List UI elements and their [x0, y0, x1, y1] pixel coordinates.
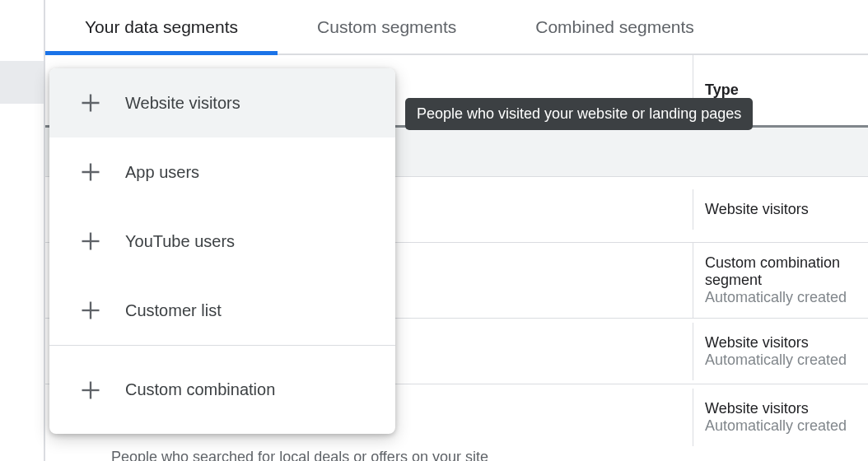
- plus-icon: [79, 161, 102, 184]
- menu-item-website-visitors[interactable]: Website visitors: [49, 68, 395, 137]
- tab-label: Your data segments: [85, 17, 238, 37]
- type-cell: Website visitors Automatically created: [693, 323, 868, 380]
- left-gutter-highlight: [0, 61, 44, 104]
- truncated-row-text: People who searched for local deals or o…: [111, 449, 488, 461]
- segment-type-dropdown: Website visitors App users YouTube users…: [49, 68, 395, 434]
- tab-your-data-segments[interactable]: Your data segments: [45, 0, 278, 54]
- tabs-bar: Your data segments Custom segments Combi…: [45, 0, 868, 55]
- menu-item-customer-list[interactable]: Customer list: [49, 276, 395, 345]
- type-cell: Custom combination segment Automatically…: [693, 243, 868, 318]
- tooltip-text: People who visited your website or landi…: [417, 105, 741, 122]
- menu-item-label: YouTube users: [125, 232, 235, 251]
- menu-item-label: App users: [125, 163, 199, 182]
- plus-icon: [79, 379, 102, 402]
- plus-icon: [79, 91, 102, 114]
- menu-item-label: Customer list: [125, 301, 222, 320]
- type-primary: Website visitors: [705, 201, 809, 218]
- tab-label: Custom segments: [317, 17, 456, 37]
- menu-item-custom-combination[interactable]: Custom combination: [49, 345, 395, 434]
- menu-item-app-users[interactable]: App users: [49, 137, 395, 207]
- type-primary: Custom combination segment: [705, 254, 856, 289]
- type-secondary: Automatically created: [705, 289, 847, 306]
- menu-item-label: Custom combination: [125, 380, 275, 399]
- tab-label: Combined segments: [535, 17, 694, 37]
- plus-icon: [79, 299, 102, 322]
- tooltip: People who visited your website or landi…: [405, 98, 753, 130]
- type-cell: Website visitors Automatically created: [693, 389, 868, 446]
- type-secondary: Automatically created: [705, 417, 847, 435]
- left-gutter: [0, 0, 44, 461]
- type-primary: Website visitors: [705, 400, 809, 417]
- type-secondary: Automatically created: [705, 352, 847, 369]
- plus-icon: [79, 230, 102, 253]
- type-cell: Website visitors: [693, 189, 868, 230]
- menu-item-youtube-users[interactable]: YouTube users: [49, 207, 395, 276]
- tab-custom-segments[interactable]: Custom segments: [278, 0, 496, 54]
- menu-item-label: Website visitors: [125, 94, 240, 113]
- tab-combined-segments[interactable]: Combined segments: [496, 0, 734, 54]
- header-label-type: Type: [705, 81, 739, 99]
- type-primary: Website visitors: [705, 334, 809, 352]
